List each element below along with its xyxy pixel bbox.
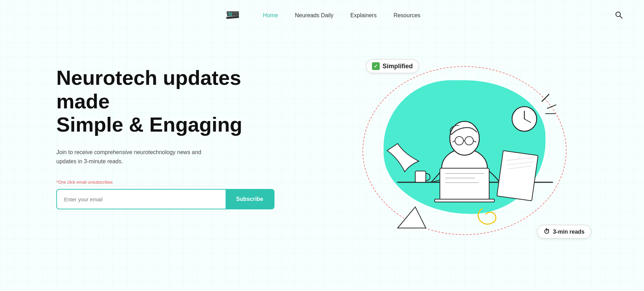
search-icon	[614, 11, 623, 19]
hero-subtitle: Join to receive comprehensive neurotechn…	[56, 148, 218, 166]
email-input[interactable]	[57, 190, 226, 209]
subscribe-button[interactable]: Subscribe	[226, 190, 274, 209]
logo-area[interactable]: N	[223, 6, 242, 25]
nav-item-home[interactable]: Home	[263, 12, 278, 19]
nav-links: Home Neureads Daily Explainers Resources	[263, 12, 420, 19]
simplified-label: Simplified	[383, 63, 413, 70]
simplified-badge: ✓ Simplified	[366, 59, 419, 73]
nav-item-daily[interactable]: Neureads Daily	[295, 12, 333, 19]
nav-item-explainers[interactable]: Explainers	[350, 12, 377, 19]
svg-line-6	[620, 16, 623, 19]
three-min-reads-badge: ⏱ 3-min reads	[537, 225, 591, 239]
search-button[interactable]	[614, 11, 623, 20]
unsubscribe-note: *One click email unsubscribes	[56, 180, 274, 185]
svg-rect-20	[415, 171, 426, 182]
hero-illustration: ✓ Simplified	[355, 52, 602, 270]
three-min-label: 3-min reads	[553, 229, 585, 235]
hero-section: Neurotech updates made Simple & Engaging…	[0, 31, 644, 284]
character-illustration	[370, 73, 574, 249]
hero-title: Neurotech updates made Simple & Engaging	[56, 66, 274, 137]
nav-item-resources[interactable]: Resources	[393, 12, 420, 19]
svg-rect-15	[440, 168, 489, 200]
hero-content: Neurotech updates made Simple & Engaging…	[56, 52, 274, 209]
svg-line-28	[542, 94, 549, 101]
email-form: Subscribe	[56, 189, 274, 209]
svg-line-29	[547, 105, 556, 108]
checkmark-icon: ✓	[372, 62, 380, 70]
svg-text:N: N	[228, 11, 232, 17]
logo-icon: N	[223, 6, 242, 25]
timer-icon: ⏱	[544, 228, 550, 235]
main-nav: N Home Neureads Daily Explainers Resourc…	[0, 0, 644, 31]
svg-rect-16	[435, 199, 494, 202]
